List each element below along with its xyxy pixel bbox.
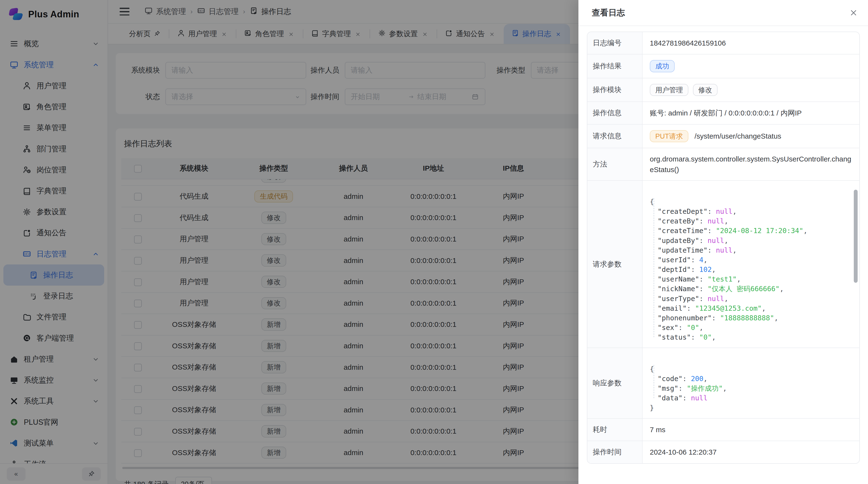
code-line: "email": "12345@1253.com", — [650, 303, 852, 313]
detail-row-request: 请求信息 PUT请求 /system/user/changeStatus — [587, 125, 859, 148]
code-line: "createTime": "2024-08-12 17:20:34", — [650, 226, 852, 235]
code-line: "deptId": 102, — [650, 265, 852, 274]
put-request-badge: PUT请求 — [650, 130, 688, 142]
field-label: 日志编号 — [587, 32, 643, 55]
field-label: 响应参数 — [587, 348, 643, 418]
code-line: "updateTime": null, — [650, 246, 852, 255]
view-log-drawer: 查看日志 日志编号 1842781986426159106 操作结果 成功 操作… — [579, 0, 868, 484]
drawer-title: 查看日志 — [592, 7, 625, 18]
cost-value: 7 ms — [643, 419, 859, 441]
code-line: { — [650, 364, 852, 374]
request-path: /system/user/changeStatus — [694, 131, 781, 141]
code-line: "status": "0", — [650, 332, 852, 342]
drawer-body: 日志编号 1842781986426159106 操作结果 成功 操作模块 用户… — [579, 26, 868, 469]
field-label: 请求信息 — [587, 125, 643, 148]
field-label: 操作结果 — [587, 55, 643, 78]
code-line: "updateBy": null, — [650, 236, 852, 246]
detail-row-log-id: 日志编号 1842781986426159106 — [587, 32, 859, 55]
code-line: "createDept": null, — [650, 206, 852, 216]
detail-row-result: 操作结果 成功 — [587, 55, 859, 78]
detail-row-module: 操作模块 用户管理 修改 — [587, 78, 859, 102]
method-value: org.dromara.system.controller.system.Sys… — [643, 148, 859, 181]
field-label: 请求参数 — [587, 181, 643, 348]
operation-info-value: 账号: admin / 研发部门 / 0:0:0:0:0:0:0:1 / 内网I… — [643, 102, 859, 125]
detail-row-method: 方法 org.dromara.system.controller.system.… — [587, 148, 859, 181]
field-label: 方法 — [587, 148, 643, 181]
close-icon[interactable] — [850, 9, 858, 17]
response-params-code: {"code": 200,"msg": "操作成功","data": null} — [650, 354, 852, 413]
op-time-value: 2024-10-06 12:20:37 — [643, 441, 859, 463]
module-tag: 用户管理 — [650, 84, 688, 96]
field-label: 操作信息 — [587, 102, 643, 125]
code-line: "data": null — [650, 393, 852, 403]
code-line: "createBy": null, — [650, 216, 852, 226]
action-tag: 修改 — [693, 84, 718, 96]
success-badge: 成功 — [650, 60, 675, 72]
request-params-code[interactable]: {"createDept": null,"createBy": null,"cr… — [650, 187, 852, 342]
code-line: "sex": "0", — [650, 323, 852, 332]
code-line: "msg": "操作成功", — [650, 384, 852, 393]
log-detail-table: 日志编号 1842781986426159106 操作结果 成功 操作模块 用户… — [587, 32, 860, 464]
app-window: Plus Admin 概览系统管理用户管理角色管理菜单管理部门管理岗位管理字典管… — [0, 0, 868, 484]
code-line: "userType": null, — [650, 294, 852, 303]
code-line: "userName": "test1", — [650, 274, 852, 284]
code-scrollbar[interactable] — [854, 190, 858, 283]
code-line: "nickName": "仅本人 密码666666", — [650, 284, 852, 294]
code-line: } — [650, 403, 852, 413]
drawer-header: 查看日志 — [579, 0, 868, 26]
code-line: "code": 200, — [650, 374, 852, 384]
code-line: { — [650, 197, 852, 206]
detail-row-response-params: 响应参数 {"code": 200,"msg": "操作成功","data": … — [587, 348, 859, 418]
code-line: "phonenumber": "18888888888", — [650, 313, 852, 323]
code-line: "userId": 4, — [650, 255, 852, 265]
detail-row-info: 操作信息 账号: admin / 研发部门 / 0:0:0:0:0:0:0:1 … — [587, 102, 859, 125]
detail-row-op-time: 操作时间 2024-10-06 12:20:37 — [587, 441, 859, 463]
log-id-value: 1842781986426159106 — [643, 32, 859, 55]
field-label: 操作时间 — [587, 441, 643, 463]
field-label: 操作模块 — [587, 78, 643, 102]
detail-row-cost: 耗时 7 ms — [587, 419, 859, 441]
field-label: 耗时 — [587, 419, 643, 441]
detail-row-request-params: 请求参数 {"createDept": null,"createBy": nul… — [587, 181, 859, 348]
